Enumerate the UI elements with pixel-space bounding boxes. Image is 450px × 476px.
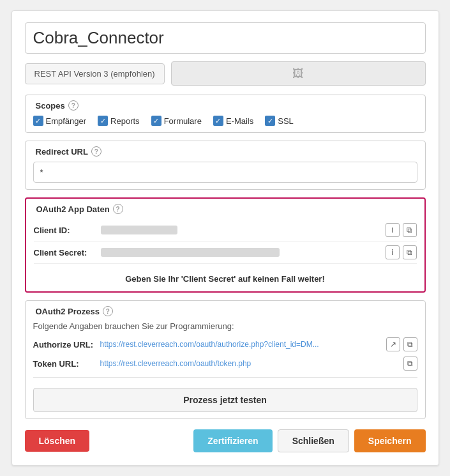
api-row: REST API Version 3 (empfohlen) 🖼 bbox=[25, 61, 426, 86]
close-button[interactable]: Schließen bbox=[278, 429, 349, 452]
scope-item-empfaenger[interactable]: ✓ Empfänger bbox=[33, 116, 87, 126]
save-button[interactable]: Speichern bbox=[354, 429, 426, 452]
app-title-input[interactable] bbox=[25, 22, 426, 54]
scopes-help-icon[interactable]: ? bbox=[68, 100, 79, 111]
divider bbox=[33, 377, 417, 378]
secret-warning: Geben Sie Ihr 'Client Secret' auf keinen… bbox=[34, 270, 417, 285]
oauth-proc-description: Folgende Angaben brauchen Sie zur Progra… bbox=[33, 321, 417, 331]
api-badge: REST API Version 3 (empfohlen) bbox=[25, 63, 165, 84]
client-id-icons: i ⧉ bbox=[386, 223, 417, 237]
checkbox-reports: ✓ bbox=[98, 116, 108, 126]
authorize-url-label: Authorize URL: bbox=[33, 340, 100, 349]
delete-button[interactable]: Löschen bbox=[25, 430, 90, 452]
scopes-fieldset: Scopes ? ✓ Empfänger ✓ Reports ✓ Formula… bbox=[25, 95, 426, 133]
checkbox-ssl: ✓ bbox=[265, 116, 275, 126]
authorize-url-row: Authorize URL: https://rest.cleverreach.… bbox=[33, 337, 417, 351]
scope-label-reports: Reports bbox=[110, 116, 140, 126]
authorize-url-icons: ↗ ⧉ bbox=[386, 337, 417, 351]
client-id-copy-icon[interactable]: ⧉ bbox=[403, 223, 417, 237]
checkbox-empfaenger: ✓ bbox=[33, 116, 43, 126]
redirect-url-input[interactable] bbox=[33, 162, 417, 183]
image-placeholder: 🖼 bbox=[171, 61, 426, 86]
client-secret-info-icon[interactable]: i bbox=[386, 245, 400, 259]
oauth2-proc-legend: OAuth2 Prozess ? bbox=[33, 306, 417, 316]
client-id-info-icon[interactable]: i bbox=[386, 223, 400, 237]
redirect-help-icon[interactable]: ? bbox=[91, 146, 101, 157]
certify-button[interactable]: Zertifizieren bbox=[193, 429, 272, 452]
scope-item-reports[interactable]: ✓ Reports bbox=[98, 116, 140, 126]
token-url-label: Token URL: bbox=[33, 359, 100, 369]
scope-label-empfaenger: Empfänger bbox=[46, 116, 87, 126]
client-secret-value bbox=[101, 248, 280, 257]
oauth2-proc-fieldset: OAuth2 Prozess ? Folgende Angaben brauch… bbox=[25, 300, 426, 419]
client-secret-icons: i ⧉ bbox=[386, 245, 417, 259]
scope-label-ssl: SSL bbox=[278, 116, 294, 126]
client-secret-label: Client Secret: bbox=[34, 248, 101, 257]
scope-item-ssl[interactable]: ✓ SSL bbox=[265, 116, 294, 126]
client-id-value bbox=[101, 226, 177, 234]
authorize-copy-icon[interactable]: ⧉ bbox=[403, 337, 417, 351]
token-url-row: Token URL: https://rest.cleverreach.com/… bbox=[33, 357, 417, 371]
token-url-link[interactable]: https://rest.cleverreach.com/oauth/token… bbox=[100, 359, 398, 368]
checkbox-formulare: ✓ bbox=[151, 116, 161, 126]
scope-item-emails[interactable]: ✓ E-Mails bbox=[213, 116, 253, 126]
image-icon: 🖼 bbox=[292, 67, 304, 81]
scopes-row: ✓ Empfänger ✓ Reports ✓ Formulare ✓ E-Ma… bbox=[33, 116, 417, 126]
oauth2-app-legend: OAuth2 App Daten ? bbox=[34, 204, 417, 214]
checkbox-emails: ✓ bbox=[213, 116, 223, 126]
main-card: REST API Version 3 (empfohlen) 🖼 Scopes … bbox=[11, 10, 439, 466]
scope-item-formulare[interactable]: ✓ Formulare bbox=[151, 116, 202, 126]
redirect-fieldset: Redirect URL ? bbox=[25, 141, 426, 190]
redirect-legend: Redirect URL ? bbox=[33, 146, 417, 157]
footer-row: Löschen Zertifizieren Schließen Speicher… bbox=[25, 429, 426, 452]
token-copy-icon[interactable]: ⧉ bbox=[403, 357, 417, 371]
scopes-legend: Scopes ? bbox=[33, 100, 417, 111]
oauth2-app-fieldset: OAuth2 App Daten ? Client ID: i ⧉ Client… bbox=[25, 197, 426, 293]
authorize-external-icon[interactable]: ↗ bbox=[386, 337, 400, 351]
oauth2-proc-help-icon[interactable]: ? bbox=[103, 306, 113, 316]
scope-label-emails: E-Mails bbox=[226, 116, 253, 126]
client-id-row: Client ID: i ⧉ bbox=[34, 219, 417, 242]
token-url-icons: ⧉ bbox=[403, 357, 417, 371]
oauth2-app-help-icon[interactable]: ? bbox=[113, 204, 123, 214]
authorize-url-link[interactable]: https://rest.cleverreach.com/oauth/autho… bbox=[100, 340, 381, 349]
client-id-label: Client ID: bbox=[34, 226, 101, 235]
client-secret-row: Client Secret: i ⧉ bbox=[34, 242, 417, 264]
scope-label-formulare: Formulare bbox=[164, 116, 202, 126]
client-secret-copy-icon[interactable]: ⧉ bbox=[403, 245, 417, 259]
footer-right-buttons: Zertifizieren Schließen Speichern bbox=[193, 429, 425, 452]
test-process-button[interactable]: Prozess jetzt testen bbox=[33, 388, 417, 412]
